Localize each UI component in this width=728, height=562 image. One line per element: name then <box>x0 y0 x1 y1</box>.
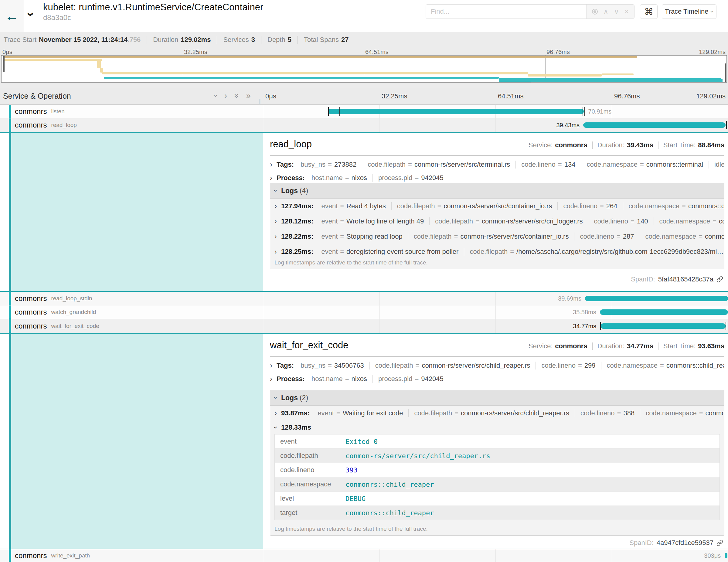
span-bar[interactable] <box>583 122 725 128</box>
start-time-label: Start Time: <box>663 342 696 350</box>
process-chip: process.pid=942045 <box>373 375 449 383</box>
minimap-span <box>719 79 723 82</box>
log-timestamp: 128.25ms: <box>281 248 313 256</box>
chevron-right-icon: › <box>274 409 277 417</box>
timeline-minimap[interactable] <box>1 55 727 83</box>
span-name-cell[interactable]: conmonrs wait_for_exit_code <box>0 319 263 333</box>
span-bar[interactable] <box>725 553 727 558</box>
back-button[interactable]: ← <box>0 0 24 32</box>
tags-toggle[interactable]: › Tags: busy_ns=34506763 code.filepath=c… <box>270 360 724 371</box>
span-name-cell[interactable]: conmonrs listen <box>0 105 263 118</box>
minimap-left-scrubber[interactable] <box>3 56 5 72</box>
service-accent-bar <box>9 118 11 132</box>
log-entry-expanded[interactable]: › 128.33ms <box>270 421 724 434</box>
column-resize-grip[interactable]: ∥ <box>258 98 261 104</box>
detail-collapse-area[interactable] <box>11 334 263 549</box>
field-value: 393 <box>345 466 358 474</box>
chevron-right-icon: › <box>270 375 272 383</box>
span-detail-read-loop: read_loop Service: conmonrs Duration: 39… <box>0 132 728 292</box>
service-name: conmonrs <box>15 322 47 330</box>
trace-start-value: November 15 2022, 11:24:14 <box>39 36 128 44</box>
log-field: code.filepath=conmon-rs/server/src/child… <box>408 409 575 417</box>
span-row-wait-for-exit-code[interactable]: conmonrs wait_for_exit_code 34.77ms <box>0 319 728 333</box>
log-entry[interactable]: › 128.12ms: event=Wrote log line of leng… <box>270 214 724 229</box>
collapse-trace-header-button[interactable]: › <box>29 7 34 22</box>
services-value: 3 <box>251 36 255 44</box>
copy-link-icon[interactable] <box>716 276 723 283</box>
divider <box>270 155 724 156</box>
logs-label: Logs <box>281 187 298 195</box>
span-row-read-loop-stdin[interactable]: conmonrs read_loop_stdin 39.69ms <box>0 292 728 305</box>
trace-summary-bar: Trace Start November 15 2022, 11:24:14.7… <box>0 32 728 48</box>
keyboard-shortcuts-button[interactable]: ⌘ <box>640 4 658 19</box>
collapse-one-icon[interactable]: › <box>214 91 217 100</box>
focus-match-icon[interactable] <box>592 9 598 15</box>
process-toggle[interactable]: › Process: host.name=nixos process.pid=9… <box>270 173 724 183</box>
span-operation-title: read_loop <box>270 139 312 149</box>
span-bar[interactable] <box>585 296 728 301</box>
view-selector-button[interactable]: Trace Timeline › <box>662 4 716 19</box>
depth-value: 5 <box>288 36 291 44</box>
tags-label: Tags: <box>277 362 294 370</box>
service-accent-bar <box>9 133 11 291</box>
span-detail-wait-for-exit-code: wait_for_exit_code Service: conmonrs Dur… <box>0 333 728 549</box>
clear-search-icon[interactable]: × <box>624 8 628 16</box>
span-bar[interactable] <box>328 109 584 114</box>
tag-chip: busy_ns=273882 <box>295 161 362 169</box>
next-match-icon[interactable]: ∨ <box>614 8 619 16</box>
tag-chip: busy_ns=34506763 <box>295 362 369 370</box>
span-row-listen[interactable]: conmonrs listen 70.91ms <box>0 105 728 118</box>
chevron-right-icon: › <box>274 217 277 226</box>
span-name-cell[interactable]: conmonrs read_loop <box>0 118 263 132</box>
span-meta: Service: conmonrs Duration: 34.77ms Star… <box>529 342 724 350</box>
log-field: code.namespace=conmonrs::co… <box>623 202 724 210</box>
chevron-down-icon: › <box>709 11 716 13</box>
trace-start-label: Trace Start <box>4 36 36 44</box>
span-bar[interactable] <box>600 309 728 315</box>
find-tools: ∧ ∨ × <box>586 5 634 19</box>
logs-section: › Logs (2) › 93.87ms: event=Waiting for … <box>270 390 724 536</box>
detail-title-bar: wait_for_exit_code Service: conmonrs Dur… <box>270 340 724 354</box>
span-row-watch-grandchild[interactable]: conmonrs watch_grandchild 35.58ms <box>0 305 728 319</box>
span-name-cell[interactable]: conmonrs write_exit_path <box>0 549 263 562</box>
prev-match-icon[interactable]: ∧ <box>603 8 608 16</box>
tag-chip: code.filepath=conmon-rs/server/src/termi… <box>362 161 515 169</box>
log-entry[interactable]: › 128.22ms: event=Stopping read loop cod… <box>270 229 724 244</box>
minimap-tick-0: 0μs <box>2 49 12 56</box>
chevron-down-icon: › <box>271 189 280 192</box>
service-name: conmonrs <box>15 107 47 116</box>
minimap-right-scrubber[interactable] <box>725 63 726 82</box>
logs-toggle[interactable]: › Logs (4) <box>270 183 724 199</box>
expand-one-icon[interactable]: › <box>224 91 227 100</box>
minimap-span <box>97 61 101 68</box>
detail-collapse-area[interactable] <box>11 133 263 291</box>
process-chip: host.name=nixos <box>306 375 373 383</box>
log-timestamp: 127.94ms: <box>281 202 313 210</box>
log-entry[interactable]: › 128.25ms: event=deregistering event so… <box>270 244 724 259</box>
logs-toggle[interactable]: › Logs (2) <box>270 390 724 406</box>
span-name-cell[interactable]: conmonrs read_loop_stdin <box>0 292 263 305</box>
log-entry[interactable]: › 127.94ms: event=Read 4 bytes code.file… <box>270 199 724 214</box>
divider <box>592 141 593 149</box>
tags-toggle[interactable]: › Tags: busy_ns=273882 code.filepath=con… <box>270 159 724 170</box>
table-row: level DEBUG <box>275 492 719 506</box>
span-row-write-exit-path[interactable]: conmonrs write_exit_path 303μs <box>0 549 728 562</box>
find-input[interactable] <box>426 5 586 19</box>
tag-chip: code.filepath=conmon-rs/server/src/child… <box>369 362 536 370</box>
log-entry[interactable]: › 93.87ms: event=Waiting for exit code c… <box>270 406 724 421</box>
minimap-span <box>4 56 637 58</box>
span-name-cell[interactable]: conmonrs watch_grandchild <box>0 305 263 319</box>
minimap-band: 0μs 32.25ms 64.51ms 96.76ms 129.02ms <box>0 48 728 88</box>
span-bar[interactable] <box>600 323 726 329</box>
minimap-span <box>4 59 102 61</box>
span-row-read-loop[interactable]: conmonrs read_loop 39.43ms <box>0 118 728 132</box>
operation-name: read_loop_stdin <box>51 295 92 302</box>
process-toggle[interactable]: › Process: host.name=nixos process.pid=9… <box>270 374 724 384</box>
operation-name: read_loop <box>51 122 77 128</box>
minimap-tick-4: 129.02ms <box>699 49 726 56</box>
service-name: conmonrs <box>15 121 47 129</box>
copy-link-icon[interactable] <box>716 540 723 546</box>
title-block: kubelet: runtime.v1.RuntimeService/Creat… <box>43 2 263 22</box>
expand-all-icon[interactable]: » <box>246 91 251 100</box>
collapse-all-icon[interactable]: » <box>234 91 239 100</box>
